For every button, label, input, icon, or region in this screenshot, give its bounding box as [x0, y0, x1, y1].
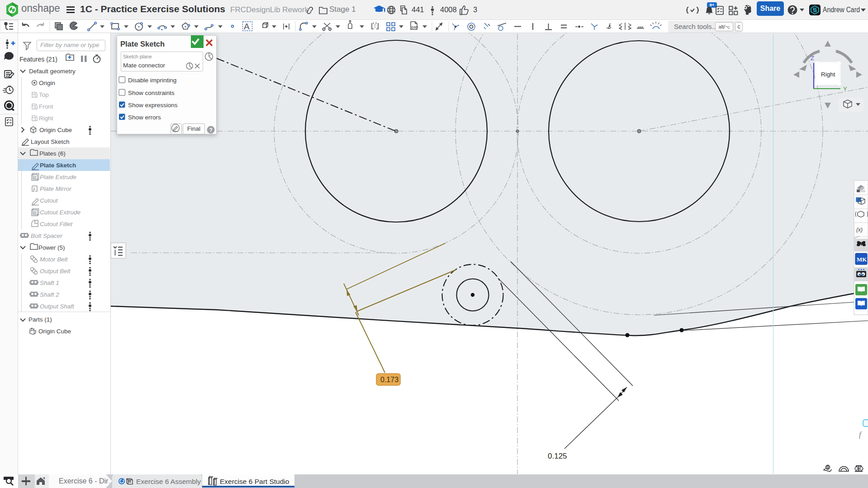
svg-text:0.173: 0.173	[380, 376, 398, 384]
svg-text:0.125: 0.125	[548, 452, 567, 460]
